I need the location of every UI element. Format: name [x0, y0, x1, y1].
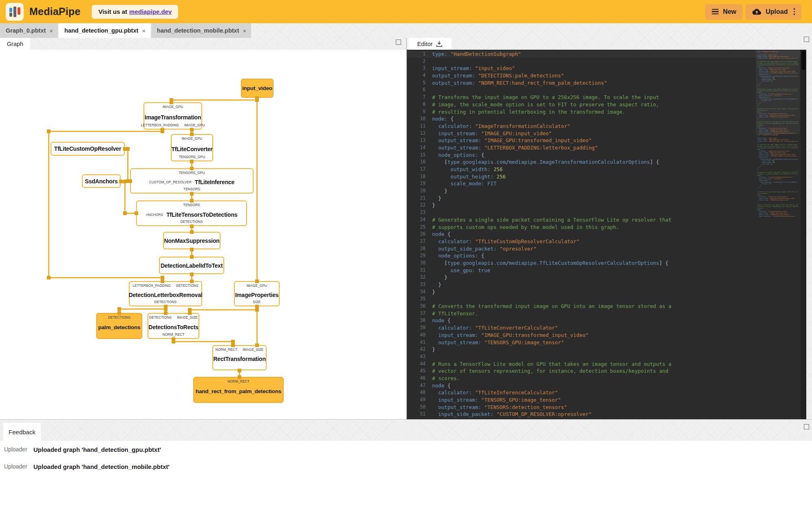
tab-close-icon[interactable]: × [142, 27, 146, 34]
file-tab[interactable]: Graph_0.pbtxt× [0, 23, 58, 38]
graph-node-palm-detections[interactable]: DETECTIONSpalm_detections [96, 313, 142, 339]
editor-panel-popout-icon[interactable] [804, 37, 809, 42]
code-line: 16 [type.googleapis.com/mediapipe.ImageT… [407, 158, 806, 166]
graph-node-tflite-tensors-to-detections[interactable]: TENSORSANCHORSTfLiteTensorsToDetectionsD… [136, 200, 247, 226]
node-label: NonMaxSuppression [164, 238, 220, 244]
line-number: 49 [407, 396, 432, 404]
graph-node-ssd-anchors[interactable]: SsdAnchors [82, 174, 121, 188]
edge-connector [123, 211, 127, 215]
line-number: 20 [407, 187, 432, 195]
line-number: 44 [407, 361, 432, 368]
line-number: 3 [407, 65, 432, 72]
code-line: 46# scores. [407, 375, 806, 382]
code-line: 51 input_side_packet: "CUSTOM_OP_RESOLVE… [407, 411, 806, 418]
code-text: } [432, 281, 441, 288]
tab-editor[interactable]: Editor [408, 38, 452, 50]
tab-close-icon[interactable]: × [49, 27, 53, 34]
code-line: 28 output_side_packet: "opresolver" [407, 245, 806, 253]
upload-button[interactable]: Upload [746, 4, 801, 20]
code-line: 12 input_stream: "IMAGE_GPU:input_video" [407, 130, 806, 137]
graph-canvas[interactable]: input_videoIMAGE_GPUImageTransformationL… [0, 50, 406, 419]
file-tab[interactable]: hand_detection_mobile.pbtxt× [151, 23, 251, 38]
line-number: 18 [407, 173, 432, 180]
node-output-ports: TENSORS_GPU [172, 155, 212, 159]
code-line: 10node: { [407, 115, 806, 123]
line-number: 2 [407, 58, 432, 65]
code-text: output_width: 256 [432, 166, 503, 173]
mediapipe-visualizer-window: MediaPipe Visit us at mediapipe.dev New … [0, 0, 812, 506]
graph-node-image-transformation[interactable]: IMAGE_GPUImageTransformationLETTERBOX_PA… [143, 102, 202, 130]
graph-edge [256, 306, 258, 346]
edge-connector [190, 132, 194, 136]
file-tab[interactable]: hand_detection_gpu.pbtxt× [59, 23, 150, 38]
line-number: 13 [407, 137, 432, 144]
port-label: SIZE [253, 300, 261, 304]
graph-node-detection-letterbox-removal[interactable]: LETTERBOX_PADDINGDETECTIONSDetectionLett… [129, 281, 202, 306]
mediapipe-dev-link[interactable]: mediapipe.dev [129, 8, 172, 15]
graph-node-detections-to-rects[interactable]: DETECTIONSIMAGE_SIZEDetectionsToRectsNOR… [148, 313, 199, 339]
line-number: 5 [407, 79, 432, 87]
port-label: IMAGE_GPU [184, 123, 205, 127]
edge-connector [164, 307, 168, 311]
line-number: 21 [407, 195, 432, 202]
graph-node-image-properties[interactable]: IMAGE_GPUImagePropertiesSIZE [234, 281, 280, 306]
editor-scrollbar-thumb[interactable] [801, 51, 805, 70]
code-line: 4output_stream: "DETECTIONS:palm_detecti… [407, 72, 806, 79]
port-label: LETTERBOX_PADDING [132, 284, 170, 288]
node-input-ports: TENSORS_GPU [132, 171, 252, 175]
code-line: 20 } [407, 187, 806, 195]
code-line: 3input_stream: "input_video" [407, 65, 806, 72]
line-number: 15 [407, 152, 432, 159]
edge-connector [255, 96, 259, 100]
feedback-source: Uploader [4, 446, 29, 453]
download-icon[interactable] [436, 40, 443, 47]
node-label: DetectionLetterboxRemoval [129, 292, 203, 298]
graph-panel-popout-icon[interactable] [396, 40, 401, 45]
tab-graph[interactable]: Graph [0, 38, 30, 50]
code-text [432, 295, 435, 303]
edge-connector [123, 180, 127, 183]
graph-node-tflite-custom-op-resolver[interactable]: TfLiteCustomOpResolver [51, 142, 125, 156]
line-number: 8 [407, 101, 432, 108]
new-button[interactable]: New [705, 4, 743, 20]
minimap[interactable]: type: "HandDetectionSubgraph" input_stre… [757, 51, 798, 217]
port-label: IMAGE_SIZE [243, 348, 263, 352]
code-text: input_stream: "input_video" [432, 65, 515, 72]
edge-connector [128, 179, 132, 183]
node-output-ports: NORM_RECT [149, 332, 198, 337]
graph-node-rect-transformation[interactable]: NORM_RECTIMAGE_SIZERectTransformation [212, 345, 267, 370]
editor-scrollbar[interactable] [801, 50, 806, 419]
logo-bar-red [18, 7, 20, 15]
code-line: 29 node_options: { [407, 252, 806, 260]
edge-connector [190, 230, 194, 234]
code-text: output_side_packet: "opresolver" [432, 245, 536, 253]
tab-close-icon[interactable]: × [243, 27, 247, 34]
graph-node-tflite-inference[interactable]: TENSORS_GPUCUSTOM_OP_RESOLVERTfLiteInfer… [130, 168, 254, 194]
graph-node-hand-rect-from-palm-detections[interactable]: NORM_RECThand_rect_from_palm_detections [193, 377, 284, 403]
node-label: DetectionLabelIdToText [161, 262, 223, 269]
code-text: calculator: "TfLiteConverterCalculator" [432, 324, 558, 332]
graph-node-non-max-suppression[interactable]: NonMaxSuppression [163, 232, 221, 249]
line-number: 23 [407, 209, 432, 216]
graph-node-tflite-converter[interactable]: IMAGE_GPUTfLiteConverterTENSORS_GPU [171, 134, 213, 161]
port-label: NORM_RECT [227, 379, 249, 383]
graph-edge [48, 131, 49, 278]
upload-more-options-icon[interactable] [794, 8, 795, 15]
edge-connector [117, 311, 121, 315]
upload-button-label: Upload [766, 8, 788, 15]
node-label: DetectionsToRects [148, 324, 198, 330]
port-label: DETECTIONS [181, 220, 203, 224]
graph-node-detection-label-id-to-text[interactable]: DetectionLabelIdToText [159, 257, 224, 274]
code-editor[interactable]: 1type: "HandDetectionSubgraph"2 3input_s… [407, 50, 806, 419]
port-label: ANCHORS [146, 213, 163, 217]
node-label: hand_rect_from_palm_detections [196, 388, 281, 394]
line-number: 47 [407, 382, 432, 389]
line-number: 34 [407, 288, 432, 296]
edge-connector [231, 340, 235, 343]
code-line: 23 [407, 209, 806, 216]
header-actions: New Upload [705, 4, 801, 20]
graph-node-input-video[interactable]: input_video [241, 79, 274, 98]
tab-feedback[interactable]: Feedback [3, 423, 41, 441]
code-line: 22} [407, 202, 806, 209]
line-number: 51 [407, 411, 432, 418]
